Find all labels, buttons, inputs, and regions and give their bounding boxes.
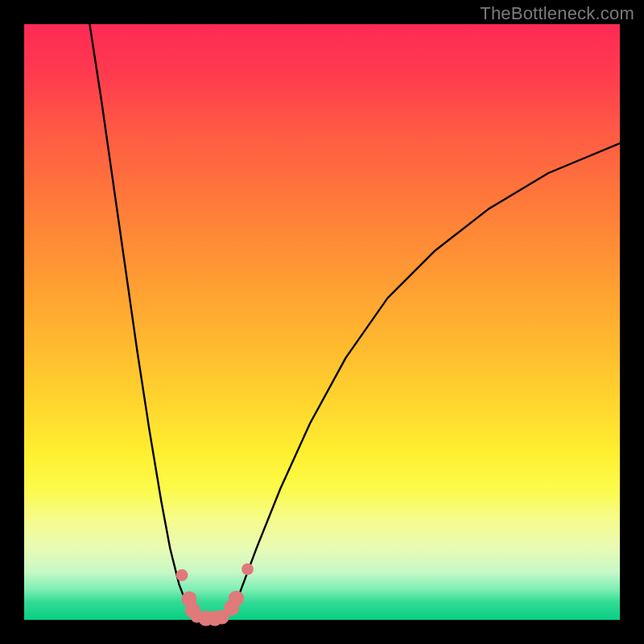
curve-marker [176, 569, 188, 581]
watermark-text: TheBottleneck.com [480, 3, 634, 24]
chart-frame: TheBottleneck.com [0, 0, 644, 644]
plot-area [24, 24, 620, 620]
curve-marker [229, 591, 244, 606]
curve-marker [242, 564, 254, 576]
curve-markers [176, 564, 254, 626]
curve-svg [24, 24, 620, 620]
bottleneck-curve [89, 24, 620, 619]
